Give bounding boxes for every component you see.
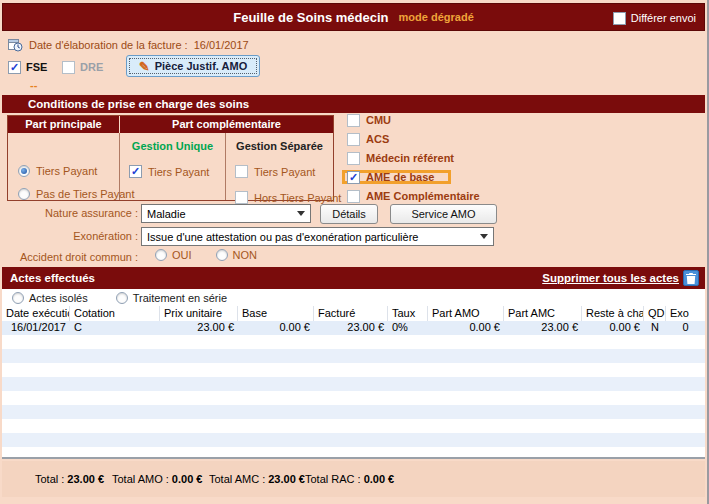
exoneration-select[interactable]: Issue d'une attestation ou pas d'exonéra… (141, 227, 494, 246)
invoice-date-value: 16/01/2017 (194, 39, 249, 51)
pencil-icon: ✎ (139, 60, 150, 73)
coverage-flags: CMU ACS Médecin référent AME de base AME… (342, 113, 497, 208)
checkbox[interactable] (347, 171, 360, 184)
gestion-separee-hors-tiers-payant-checkbox[interactable]: Hors Tiers Payant (235, 191, 341, 204)
radio-tiers-payant[interactable]: Tiers Payant (18, 165, 97, 177)
acs-checkbox[interactable]: ACS (342, 132, 406, 146)
delete-all-acts: Supprimer tous les actes (542, 267, 699, 289)
radio[interactable] (155, 249, 167, 261)
cell-part-amo: 0.00 € (428, 321, 504, 335)
service-amo-button[interactable]: Service AMO (390, 204, 497, 224)
radio[interactable] (12, 292, 24, 304)
exoneration-label: Exonération : (3, 230, 138, 242)
acts-table: Date exécution Cotation Prix unitaire Ba… (2, 306, 705, 459)
checkbox[interactable] (62, 61, 75, 74)
col-header: QD (644, 306, 666, 321)
cell-cotation: C (70, 321, 160, 335)
chevron-down-icon (297, 211, 305, 216)
total-amo: Total AMO :0.00 € (112, 473, 202, 485)
empty-rows-area (2, 335, 705, 457)
dre-checkbox[interactable]: DRE (62, 61, 103, 74)
gestion-unique-cell: Gestion Unique Tiers Payant (120, 133, 226, 200)
payment-parts-table: Part principale Part complémentaire Tier… (7, 115, 334, 201)
radio[interactable] (116, 292, 128, 304)
radio-non[interactable]: NON (216, 249, 257, 261)
col-header: Base (238, 306, 314, 321)
accident-droit-commun-options: OUI NON (155, 249, 257, 261)
nature-assurance-label: Nature assurance : (3, 207, 138, 219)
checkbox[interactable] (347, 114, 360, 127)
radio-oui[interactable]: OUI (155, 249, 192, 261)
dashes-text: -- (30, 79, 37, 91)
medecin-referent-checkbox[interactable]: Médecin référent (342, 151, 471, 165)
trash-icon[interactable] (683, 270, 699, 286)
cell-date-execution: 16/01/2017 (2, 321, 70, 335)
col-header: Cotation (70, 306, 160, 321)
col-header: Exo (666, 306, 705, 321)
part-complementaire-header: Part complémentaire (120, 116, 333, 133)
dre-label: DRE (80, 61, 103, 73)
gestion-separee-tiers-payant-checkbox[interactable]: Tiers Payant (235, 165, 315, 178)
delete-all-acts-link[interactable]: Supprimer tous les actes (542, 267, 679, 289)
total-amc: Total AMC :23.00 € (209, 473, 305, 485)
part-principale-header: Part principale (8, 116, 120, 133)
checkbox[interactable] (8, 61, 21, 74)
radio-actes-isoles[interactable]: Actes isolés (12, 292, 88, 304)
accident-droit-commun-label: Accident droit commun : (3, 251, 138, 263)
transmission-row: FSE DRE ✎ Pièce Justif. AMO (8, 57, 103, 77)
cell-exo: 0 (666, 321, 705, 335)
actes-section-header: Actes effectués Supprimer tous les actes (2, 267, 705, 289)
col-header: Taux (388, 306, 428, 321)
chevron-down-icon (480, 234, 488, 239)
checkbox[interactable] (613, 12, 626, 25)
feuille-de-soins-window: Feuille de Soins médecin mode dégradé Di… (0, 0, 709, 504)
checkbox[interactable] (129, 165, 142, 178)
mode-degrade-badge: mode dégradé (399, 11, 474, 23)
radio[interactable] (18, 165, 30, 177)
fse-label: FSE (26, 61, 47, 73)
radio-pas-de-tiers-payant[interactable]: Pas de Tiers Payant (18, 188, 134, 200)
checkbox[interactable] (347, 190, 360, 203)
cell-part-amc: 23.00 € (504, 321, 582, 335)
checkbox[interactable] (235, 191, 248, 204)
radio-traitement-en-serie[interactable]: Traitement en série (116, 292, 227, 304)
conditions-section-header: Conditions de prise en charge des soins (2, 95, 705, 113)
cell-facture: 23.00 € (314, 321, 388, 335)
radio[interactable] (216, 249, 228, 261)
nature-assurance-select[interactable]: Maladie (141, 204, 311, 223)
cell-reste-a-charge: 0.00 € (582, 321, 644, 335)
cell-taux: 0% (388, 321, 428, 335)
checkbox[interactable] (347, 152, 360, 165)
defer-send-checkbox[interactable]: Différer envoi (613, 4, 696, 32)
actes-mode-radios: Actes isolés Traitement en série (2, 289, 705, 306)
page-title: Feuille de Soins médecin (233, 10, 388, 25)
invoice-date-label: Date d'élaboration de la facture : (29, 39, 188, 51)
totals-bar: Total :23.00 € Total AMO :0.00 € Total A… (2, 461, 705, 497)
radio[interactable] (18, 188, 30, 200)
col-header: Prix unitaire (160, 306, 238, 321)
col-header: Facturé (314, 306, 388, 321)
details-button[interactable]: Détails (320, 204, 378, 224)
part-principale-cell: Tiers Payant Pas de Tiers Payant (8, 133, 120, 200)
ame-complementaire-checkbox[interactable]: AME Complémentaire (342, 189, 497, 203)
cmu-checkbox[interactable]: CMU (342, 113, 408, 127)
defer-send-label: Différer envoi (631, 12, 696, 24)
calendar-clock-icon[interactable] (8, 37, 23, 52)
cell-qd: N (644, 321, 666, 335)
col-header: Reste à charge (582, 306, 644, 321)
piece-justif-amo-button[interactable]: ✎ Pièce Justif. AMO (126, 55, 260, 77)
table-row[interactable]: 16/01/2017 C 23.00 € 0.00 € 23.00 € 0% 0… (2, 321, 705, 335)
title-bar: Feuille de Soins médecin mode dégradé Di… (2, 3, 705, 31)
actes-section-title: Actes effectués (10, 267, 95, 289)
invoice-date-row: Date d'élaboration de la facture : 16/01… (8, 37, 249, 52)
checkbox[interactable] (347, 133, 360, 146)
gestion-unique-tiers-payant-checkbox[interactable]: Tiers Payant (129, 165, 209, 178)
ame-de-base-checkbox[interactable]: AME de base (342, 170, 451, 184)
fse-checkbox[interactable]: FSE (8, 61, 62, 74)
total: Total :23.00 € (35, 473, 104, 485)
checkbox[interactable] (235, 165, 248, 178)
col-header: Part AMO (428, 306, 504, 321)
acts-table-header: Date exécution Cotation Prix unitaire Ba… (2, 306, 705, 321)
col-header: Part AMC (504, 306, 582, 321)
col-header: Date exécution (2, 306, 70, 321)
